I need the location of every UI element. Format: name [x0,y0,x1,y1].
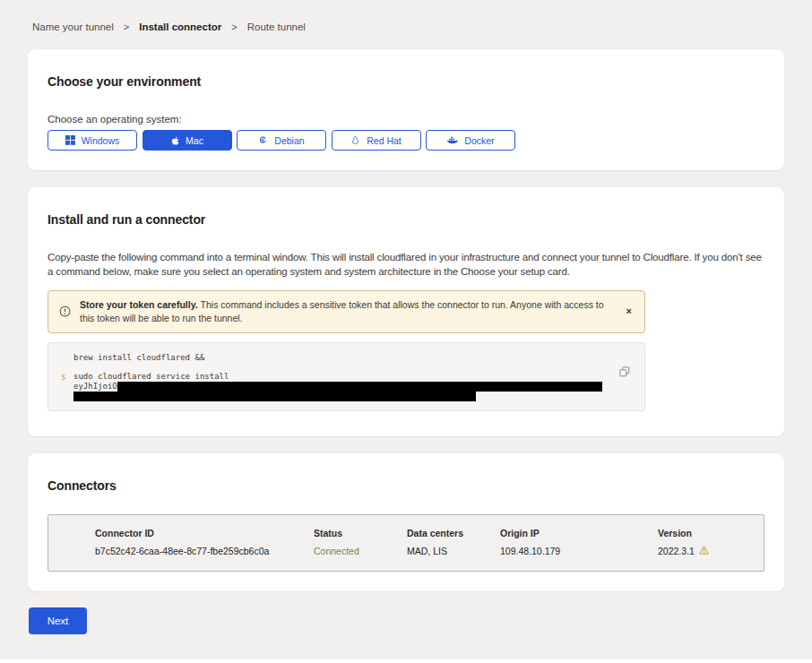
debian-logo-icon [258,135,268,145]
token-warning-text: Store your token carefully. This command… [80,298,614,325]
breadcrumb-separator: > [124,22,129,32]
banner-close-icon[interactable]: × [626,306,632,316]
token-redaction-bar [117,382,602,392]
connectors-table-grid: Connector ID Status Data centers Origin … [95,528,755,556]
copy-command-button[interactable] [619,366,630,380]
environment-card-title: Choose your environment [48,74,764,89]
token-prefix: eyJhIjoiO [73,382,117,391]
cell-data-centers: MAD, LIS [407,546,500,556]
connectors-card-title: Connectors [48,478,764,493]
os-select-label: Choose an operating system: [48,114,764,125]
warning-triangle-icon [699,546,709,556]
os-button-label: Mac [186,135,203,146]
code-line-brew: brew install cloudflared && [73,354,632,362]
install-connector-card: Install and run a connector Copy-paste t… [28,187,784,436]
os-button-label: Red Hat [367,135,402,146]
os-button-debian[interactable]: Debian [237,130,326,151]
code-line-sudo: sudo cloudflared service install [73,373,632,381]
status-badge: Connected [314,546,407,556]
token-warning-banner: Store your token carefully. This command… [48,290,645,333]
shell-prompt: $ [61,373,65,382]
breadcrumb-install-connector[interactable]: Install connector [139,22,221,32]
breadcrumb-separator: > [231,22,237,32]
os-button-mac[interactable]: Mac [143,130,232,151]
install-command-code-block: brew install cloudflared && $ sudo cloud… [48,342,645,411]
os-button-label: Windows [82,135,120,146]
os-button-docker[interactable]: Docker [426,130,515,151]
column-header-data-centers: Data centers [407,528,500,538]
cell-origin-ip: 109.48.10.179 [500,546,658,556]
environment-card: Choose your environment Choose an operat… [28,49,784,170]
windows-logo-icon [65,135,75,145]
breadcrumb-route-tunnel[interactable]: Route tunnel [247,22,306,32]
breadcrumb-name-your-tunnel[interactable]: Name your tunnel [32,22,114,32]
connectors-card: Connectors Connector ID Status Data cent… [28,453,784,591]
token-redaction-bar [73,392,476,401]
connectors-table: Connector ID Status Data centers Origin … [48,514,764,572]
install-connector-title: Install and run a connector [48,212,764,227]
os-button-redhat[interactable]: Red Hat [332,130,421,151]
column-header-connector-id: Connector ID [95,528,314,538]
os-button-label: Docker [464,135,494,146]
breadcrumb: Name your tunnel > Install connector > R… [28,0,784,32]
copy-icon [619,366,630,380]
next-button[interactable]: Next [29,607,87,634]
alert-circle-icon [59,305,71,321]
redhat-logo-icon [350,135,360,146]
page-bottom-edge [0,659,812,663]
cell-version: 2022.3.1 [658,546,755,556]
column-header-status: Status [314,528,407,538]
column-header-version: Version [658,528,755,538]
version-value: 2022.3.1 [658,546,695,556]
token-warning-title: Store your token carefully. [80,299,201,310]
os-button-windows[interactable]: Windows [48,130,137,151]
column-header-origin-ip: Origin IP [500,528,658,538]
docker-logo-icon [446,136,458,145]
apple-logo-icon [170,135,179,146]
code-line-token: eyJhIjoiO [73,382,632,392]
os-button-label: Debian [274,135,304,146]
cell-connector-id: b7c52c42-6caa-48ee-8c77-fbe259cb6c0a [95,546,314,556]
install-connector-description: Copy-paste the following command into a … [48,250,763,279]
tunnel-setup-page: Name your tunnel > Install connector > R… [0,0,812,634]
os-button-group: Windows Mac Debian [48,130,764,151]
code-group: $ sudo cloudflared service install eyJhI… [73,373,632,401]
